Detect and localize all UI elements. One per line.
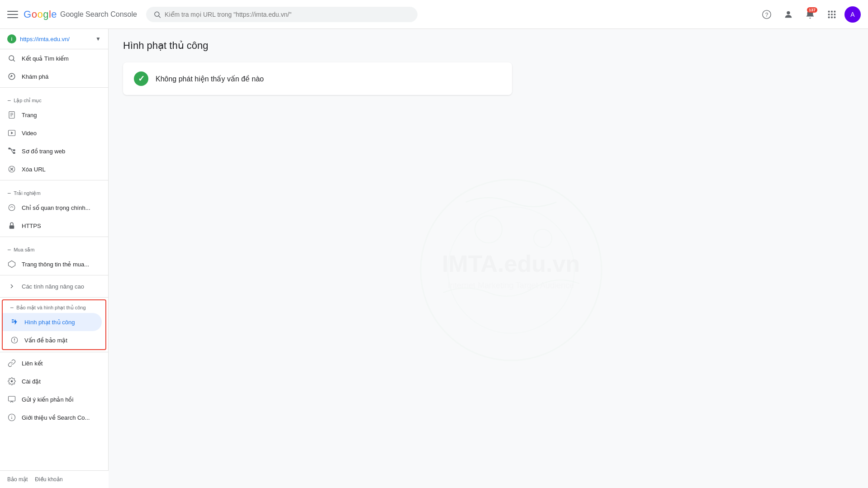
dropdown-arrow-icon: ▼	[95, 36, 101, 42]
svg-rect-16	[9, 112, 14, 118]
watermark-site: IMTA.edu.vn	[442, 250, 580, 277]
expand-icon	[7, 282, 16, 291]
sidebar-item-label: Kết quả Tìm kiếm	[22, 55, 69, 62]
svg-rect-5	[828, 10, 830, 12]
search-results-icon	[7, 54, 16, 63]
sidebar-item-label: Xóa URL	[22, 166, 46, 173]
sidebar-item-label: Trang	[22, 112, 37, 118]
search-input[interactable]	[165, 11, 410, 18]
sidebar-item-advanced[interactable]: Các tính năng nâng cao	[0, 277, 104, 295]
core-vitals-icon	[7, 203, 16, 212]
sidebar-item-cai-dat[interactable]: Cài đặt	[0, 372, 104, 390]
sidebar-item-label: Cài đặt	[22, 378, 41, 385]
notification-button[interactable]: 137	[801, 5, 819, 24]
sidebar-item-so-do[interactable]: Sơ đồ trang web	[0, 142, 104, 160]
svg-rect-11	[828, 16, 830, 18]
sidebar-item-label: Vấn đề bảo mật	[24, 337, 67, 344]
sidebar-item-chi-so[interactable]: Chỉ số quan trọng chính...	[0, 199, 104, 217]
sidebar-item-lien-ket[interactable]: Liên kết	[0, 354, 104, 372]
svg-point-0	[155, 12, 159, 16]
apps-button[interactable]	[823, 5, 841, 24]
watermark: IMTA.edu.vn Internet Marketing Target Au…	[398, 157, 624, 383]
svg-line-1	[159, 16, 161, 18]
svg-marker-21	[11, 132, 14, 134]
sidebar-footer: Bảo mật Điều khoản	[0, 470, 109, 488]
watermark-tagline: Internet Marketing Target Audience	[442, 280, 580, 290]
sidebar-item-ket-qua-tim-kiem[interactable]: Kết quả Tìm kiếm	[0, 49, 104, 67]
sidebar-item-video[interactable]: Video	[0, 124, 104, 142]
sidebar-item-van-de-bao-mat[interactable]: Vấn đề bảo mật	[3, 331, 102, 349]
shopping-icon	[7, 260, 16, 269]
app-title: Google Search Console	[60, 10, 137, 19]
divider	[0, 237, 108, 237]
status-success-icon	[134, 71, 148, 86]
nav-icons: ? 137	[758, 5, 861, 24]
notification-count: 137	[807, 7, 817, 13]
svg-rect-23	[13, 149, 15, 151]
terms-link[interactable]: Điều khoản	[35, 476, 62, 483]
svg-point-4	[787, 11, 790, 14]
sidebar-item-label: Gửi ý kiến phản hồi	[22, 396, 73, 403]
search-icon	[153, 10, 161, 19]
svg-line-15	[13, 60, 15, 62]
sidebar-item-label: Các tính năng nâng cao	[22, 283, 84, 290]
sidebar-item-https[interactable]: HTTPS	[0, 217, 104, 235]
svg-point-43	[475, 216, 502, 243]
site-url: https://imta.edu.vn/	[20, 36, 92, 43]
section-label-mua-sam[interactable]: Mua sắm	[0, 239, 108, 255]
sidebar-item-label: Khám phá	[22, 73, 48, 80]
site-selector[interactable]: i https://imta.edu.vn/ ▼	[0, 29, 108, 49]
status-card: Không phát hiện thấy vấn đề nào	[123, 62, 512, 95]
svg-point-30	[9, 204, 15, 211]
sidebar-item-about[interactable]: Giới thiệu về Search Co...	[0, 408, 104, 426]
main-content: Hình phạt thủ công Không phát hiện thấy …	[109, 29, 868, 488]
svg-rect-7	[834, 10, 836, 12]
sidebar-item-label: Liên kết	[22, 360, 43, 367]
sidebar-item-label: HTTPS	[22, 223, 41, 229]
svg-marker-32	[9, 261, 15, 268]
divider	[0, 275, 108, 275]
remove-url-icon	[7, 165, 16, 174]
privacy-link[interactable]: Bảo mật	[7, 476, 28, 483]
sidebar-item-label: Video	[22, 130, 37, 137]
sidebar-item-label: Chỉ số quan trọng chính...	[22, 204, 90, 211]
menu-button[interactable]	[7, 9, 18, 20]
video-icon	[7, 128, 16, 137]
divider	[0, 180, 108, 180]
sidebar-item-hinh-phat[interactable]: Hình phạt thủ công	[3, 313, 102, 331]
sidebar-item-xoa-url[interactable]: Xóa URL	[0, 160, 104, 178]
status-text: Không phát hiện thấy vấn đề nào	[156, 75, 264, 83]
svg-rect-37	[9, 396, 15, 401]
svg-point-42	[448, 207, 574, 333]
search-bar[interactable]	[146, 7, 417, 22]
avatar[interactable]: A	[844, 6, 861, 23]
svg-point-36	[11, 380, 13, 383]
security-icon	[10, 336, 19, 345]
sidebar-item-label: Hình phạt thủ công	[24, 319, 75, 326]
google-logo: Google	[24, 9, 57, 20]
svg-rect-31	[9, 225, 14, 229]
sidebar-item-feedback[interactable]: Gửi ý kiến phản hồi	[0, 390, 104, 408]
section-label-bao-mat[interactable]: Bảo mật và hình phạt thủ công	[3, 300, 105, 313]
svg-point-35	[14, 341, 15, 342]
svg-point-44	[534, 229, 552, 247]
sidebar-item-kham-pha[interactable]: Khám phá	[0, 67, 104, 85]
svg-rect-10	[834, 14, 836, 15]
sidebar-item-label: Trang thông tin thẻ mua...	[22, 261, 89, 268]
sidebar-item-label: Giới thiệu về Search Co...	[22, 414, 90, 421]
svg-rect-6	[831, 10, 833, 12]
svg-rect-8	[828, 14, 830, 15]
sidebar-item-label: Sơ đồ trang web	[22, 148, 65, 155]
section-label-trai-nghiem[interactable]: Trải nghiệm	[0, 182, 108, 199]
settings-icon	[7, 377, 16, 386]
manual-penalty-icon	[10, 317, 19, 327]
help-button[interactable]: ?	[758, 5, 776, 24]
account-button[interactable]	[779, 5, 797, 24]
svg-point-41	[421, 180, 602, 360]
links-icon	[7, 359, 16, 368]
sidebar-item-trang[interactable]: Trang	[0, 106, 104, 124]
sidebar-item-the-mua[interactable]: Trang thông tin thẻ mua...	[0, 255, 104, 273]
sitemap-icon	[7, 147, 16, 156]
svg-rect-22	[9, 148, 11, 150]
section-label-lap-chi-muc[interactable]: Lập chỉ mục	[0, 90, 108, 106]
